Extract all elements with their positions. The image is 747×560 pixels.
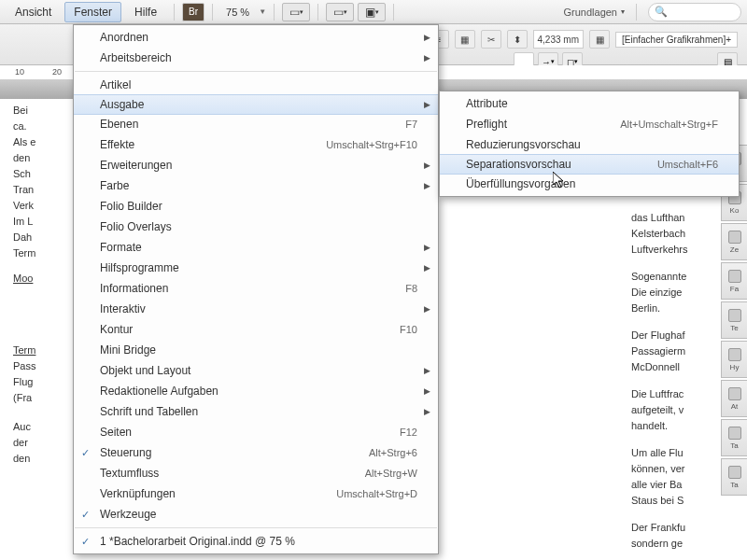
panel-tab[interactable]: Ta [721, 458, 747, 496]
side-panels: EbKoZeFaTeHyAtTaTa [721, 145, 747, 497]
menu-item[interactable]: Überfüllungsvorgaben [440, 174, 739, 194]
menu-item-label: Werkzeuge [100, 508, 417, 521]
menu-item[interactable]: InformationenF8 [74, 278, 438, 299]
menu-item-label: Farbe [100, 179, 417, 192]
menu-item-label: Verknüpfungen [100, 487, 317, 500]
panel-tab[interactable]: At [721, 380, 747, 417]
panel-icon [728, 309, 741, 322]
menu-item-label: Ebenen [100, 118, 387, 131]
panel-icon [728, 466, 741, 479]
menu-item[interactable]: KonturF10 [74, 319, 438, 340]
panel-tab[interactable]: Fa [721, 262, 747, 300]
menu-item[interactable]: Formate▶ [74, 237, 438, 258]
menu-item[interactable]: SeparationsvorschauUmschalt+F6 [440, 154, 739, 175]
zoom-level[interactable]: 75 % [220, 7, 255, 18]
menu-item-label: Separationsvorschau [466, 158, 639, 171]
search-input[interactable]: 🔍 [648, 3, 741, 21]
menu-item[interactable]: Erweiterungen▶ [74, 155, 438, 175]
menu-item[interactable]: Redaktionelle Aufgaben▶ [74, 381, 438, 401]
menu-item-label: Überfüllungsvorgaben [466, 177, 718, 190]
frame-style-label[interactable]: [Einfacher Grafikrahmen]+ [615, 32, 738, 48]
menu-hilfe[interactable]: Hilfe [125, 2, 166, 22]
menu-item-label: Anordnen [100, 31, 417, 44]
submenu-arrow-icon: ▶ [424, 304, 430, 314]
menu-item[interactable]: Ausgabe▶ [74, 94, 438, 115]
menu-item[interactable]: ✓Werkzeuge [74, 504, 438, 525]
menu-item[interactable]: Interaktiv▶ [74, 299, 438, 319]
bridge-button[interactable]: Br [182, 3, 204, 21]
menu-item-label: 1 *Bachelorarbeit Original.indd @ 75 % [100, 535, 417, 548]
menu-item[interactable]: Attribute [440, 93, 739, 114]
ruler-tick: 20 [52, 67, 62, 77]
submenu-arrow-icon: ▶ [424, 53, 430, 63]
menu-item[interactable]: Objekt und Layout▶ [74, 360, 438, 381]
menu-item-label: Redaktionelle Aufgaben [100, 385, 417, 398]
panel-tab[interactable]: Ze [721, 223, 747, 260]
menu-item[interactable]: EffekteUmschalt+Strg+F10 [74, 134, 438, 155]
panel-tab[interactable]: Ta [721, 419, 747, 456]
menu-fenster[interactable]: Fenster [64, 2, 121, 22]
workspace-switcher[interactable]: Grundlagen ▾ [564, 7, 626, 18]
panel-icon [728, 348, 741, 361]
menu-item-label: Reduzierungsvorschau [466, 138, 718, 151]
frame-options-icon[interactable]: ▦ [589, 30, 610, 49]
menu-item-label: Informationen [100, 282, 387, 295]
menu-item[interactable]: Schrift und Tabellen▶ [74, 401, 438, 422]
submenu-arrow-icon: ▶ [424, 407, 430, 416]
submenu-arrow-icon: ▶ [424, 100, 430, 109]
menu-shortcut: Alt+Umschalt+Strg+F [620, 119, 718, 130]
menu-item[interactable]: Anordnen▶ [74, 27, 438, 48]
menu-item-label: Folio Builder [100, 200, 417, 213]
panel-icon [728, 231, 741, 244]
menu-item[interactable]: Artikel [74, 75, 438, 95]
menu-item[interactable]: ✓1 *Bachelorarbeit Original.indd @ 75 % [74, 531, 438, 552]
menu-shortcut: Umschalt+F6 [657, 159, 718, 170]
menu-item[interactable]: Folio Builder [74, 196, 438, 217]
submenu-arrow-icon: ▶ [424, 263, 430, 273]
menu-item-label: Folio Overlays [100, 220, 417, 233]
submenu-arrow-icon: ▶ [424, 33, 430, 42]
view-mode-dropdown-1[interactable]: ▭▾ [282, 3, 310, 21]
menu-item-label: Hilfsprogramme [100, 261, 417, 274]
fenster-menu: Anordnen▶Arbeitsbereich▶ArtikelAusgabe▶E… [73, 24, 439, 554]
menu-item[interactable]: PreflightAlt+Umschalt+Strg+F [440, 114, 739, 134]
menu-item-label: Textumfluss [100, 467, 346, 480]
menu-item[interactable]: Reduzierungsvorschau [440, 134, 739, 155]
document-text-right: das LufthanKelsterbachLuftverkehrsSogena… [631, 210, 734, 560]
panel-tab[interactable]: Hy [721, 341, 747, 378]
chevron-down-icon[interactable]: ▼ [259, 7, 266, 16]
menu-item-label: Formate [100, 241, 417, 254]
screen-mode-dropdown[interactable]: ▣▾ [358, 3, 386, 21]
ruler-tick: 10 [15, 67, 24, 77]
check-icon: ✓ [81, 536, 90, 548]
menu-item-label: Arbeitsbereich [100, 51, 417, 64]
menu-item-label: Preflight [466, 118, 601, 131]
separator [636, 4, 637, 21]
separator [274, 4, 275, 21]
menu-item[interactable]: Mini Bridge [74, 340, 438, 360]
menu-item-label: Erweiterungen [100, 159, 417, 172]
crop-icon[interactable]: ✂ [481, 30, 501, 49]
menu-item[interactable]: TextumflussAlt+Strg+W [74, 463, 438, 483]
menu-item[interactable]: Folio Overlays [74, 217, 438, 237]
menu-shortcut: Alt+Strg+W [365, 468, 417, 479]
panel-icon [728, 270, 741, 283]
menu-item[interactable]: Farbe▶ [74, 175, 438, 196]
link-icon[interactable]: ⬍ [507, 30, 528, 49]
menu-item[interactable]: ✓SteuerungAlt+Strg+6 [74, 442, 438, 463]
menu-item[interactable]: VerknüpfungenUmschalt+Strg+D [74, 483, 438, 504]
measurement-field[interactable]: 4,233 mm [533, 30, 584, 49]
separator [317, 4, 318, 21]
menu-item-label: Steuerung [100, 446, 350, 459]
menu-item[interactable]: Arbeitsbereich▶ [74, 48, 438, 68]
align-button-2[interactable]: ▦ [455, 30, 475, 49]
menu-item[interactable]: SeitenF12 [74, 422, 438, 442]
menu-ansicht[interactable]: Ansicht [6, 2, 61, 22]
menu-shortcut: F10 [400, 324, 417, 335]
menu-item[interactable]: Hilfsprogramme▶ [74, 258, 438, 278]
check-icon: ✓ [81, 509, 90, 521]
panel-tab[interactable]: Te [721, 301, 747, 339]
submenu-arrow-icon: ▶ [424, 181, 430, 190]
view-mode-dropdown-2[interactable]: ▭▾ [326, 3, 354, 21]
menu-item[interactable]: EbenenF7 [74, 114, 438, 134]
